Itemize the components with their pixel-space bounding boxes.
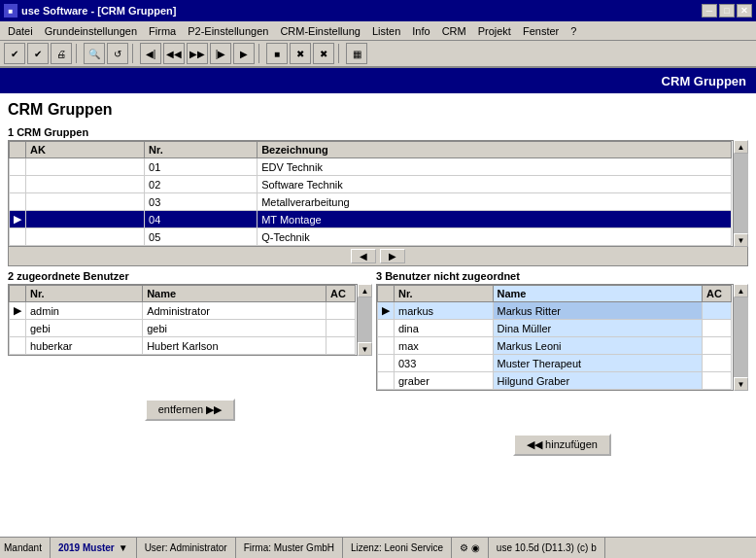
table-row[interactable]: 03 Metallverarbeitung bbox=[10, 193, 732, 211]
close-button[interactable]: ✕ bbox=[737, 4, 752, 17]
zugeordnete-table: Nr. Name AC ▶ admin Administrator gebi g… bbox=[9, 285, 356, 355]
cell-name: Dina Müller bbox=[493, 320, 702, 337]
toolbar-grid[interactable]: ▦ bbox=[346, 43, 367, 64]
row-indicator: ▶ bbox=[10, 302, 26, 320]
col2-ac: AC bbox=[326, 286, 356, 302]
toolbar-check1[interactable]: ✔ bbox=[4, 43, 25, 64]
table-row[interactable]: 05 Q-Technik bbox=[10, 228, 732, 246]
table-row[interactable]: gebi gebi bbox=[10, 320, 356, 337]
toolbar-nav-play[interactable]: ▶ bbox=[233, 43, 255, 64]
toolbar-refresh[interactable]: ↺ bbox=[107, 43, 128, 64]
table-row[interactable]: graber Hilgund Graber bbox=[378, 372, 732, 390]
cell-ac bbox=[703, 355, 732, 372]
table-row[interactable]: ▶ markus Markus Ritter bbox=[378, 302, 732, 320]
table-row[interactable]: ▶ 04 MT Montage bbox=[10, 211, 732, 228]
remove-button[interactable]: entfernen ▶▶ bbox=[145, 399, 236, 421]
row-indicator bbox=[10, 176, 26, 193]
vsb1-up[interactable]: ▲ bbox=[734, 140, 748, 154]
cell-name: Hubert Karlson bbox=[143, 337, 326, 355]
toolbar-nav-next[interactable]: ▶▶ bbox=[187, 43, 208, 64]
menu-item-crmeinstellung[interactable]: CRM-Einstellung bbox=[274, 23, 366, 39]
maximize-button[interactable]: □ bbox=[719, 4, 735, 17]
toolbar-check2[interactable]: ✔ bbox=[27, 43, 49, 64]
page-title: CRM Gruppen bbox=[8, 101, 748, 119]
status-bar: Mandant 2019 Muster ▼ User: Administrato… bbox=[0, 537, 756, 558]
table-row[interactable]: 033 Muster Therapeut bbox=[378, 355, 732, 372]
col-bezeichnung: Bezeichnung bbox=[258, 142, 732, 158]
cell-bezeichnung: Q-Technik bbox=[258, 228, 732, 246]
toolbar-print[interactable]: 🖨 bbox=[51, 43, 72, 64]
header-title: CRM Gruppen bbox=[662, 74, 746, 88]
toolbar-nav-first[interactable]: ◀| bbox=[140, 43, 161, 64]
menu-item-projekt[interactable]: Projekt bbox=[472, 23, 517, 39]
cell-ac bbox=[703, 320, 732, 337]
menu-item-datei[interactable]: Datei bbox=[2, 23, 39, 39]
cell-nr: gebi bbox=[26, 320, 143, 337]
vsb2-down[interactable]: ▼ bbox=[358, 342, 372, 356]
cell-nr: 03 bbox=[145, 193, 258, 211]
col-nr: Nr. bbox=[145, 142, 258, 158]
row-indicator bbox=[378, 320, 395, 337]
menu-item-info[interactable]: Info bbox=[406, 23, 435, 39]
vsb2-up[interactable]: ▲ bbox=[358, 284, 372, 297]
menu-item-crm[interactable]: CRM bbox=[436, 23, 472, 39]
toolbar-cancel[interactable]: ✖ bbox=[290, 43, 311, 64]
scroll-left[interactable]: ◀ bbox=[351, 249, 376, 263]
cell-name: gebi bbox=[143, 320, 326, 337]
status-lizenz: Lizenz: Leoni Service bbox=[343, 538, 452, 558]
col3-ac: AC bbox=[703, 286, 732, 302]
nicht-zugeordnet-table: Nr. Name AC ▶ markus Markus Ritter dina … bbox=[377, 285, 732, 390]
table-row[interactable]: 02 Software Technik bbox=[10, 176, 732, 193]
cell-nr: 05 bbox=[145, 228, 258, 246]
cell-ak bbox=[26, 228, 145, 246]
menu-item-[interactable]: ? bbox=[565, 23, 582, 39]
table-row[interactable]: 01 EDV Technik bbox=[10, 158, 732, 176]
status-user: User: Administrator bbox=[137, 538, 236, 558]
app-icon: ■ bbox=[4, 4, 17, 17]
vsb1-down[interactable]: ▼ bbox=[734, 233, 748, 247]
cell-nr: huberkar bbox=[26, 337, 143, 355]
row-indicator bbox=[378, 372, 395, 390]
status-mandant-value: 2019 Muster ▼ bbox=[51, 538, 137, 558]
cell-name: Muster Therapeut bbox=[493, 355, 702, 372]
table-row[interactable]: max Markus Leoni bbox=[378, 337, 732, 355]
status-icons: ⚙ ◉ bbox=[452, 538, 489, 558]
table-row[interactable]: huberkar Hubert Karlson bbox=[10, 337, 356, 355]
row-indicator bbox=[378, 337, 395, 355]
menu-item-fenster[interactable]: Fenster bbox=[517, 23, 565, 39]
row-indicator bbox=[378, 355, 395, 372]
cell-ak bbox=[26, 193, 145, 211]
table-row[interactable]: dina Dina Müller bbox=[378, 320, 732, 337]
table-row[interactable]: ▶ admin Administrator bbox=[10, 302, 356, 320]
cell-nr: 01 bbox=[145, 158, 258, 176]
menu-item-grundeinstellungen[interactable]: Grundeinstellungen bbox=[39, 23, 143, 39]
menu-item-firma[interactable]: Firma bbox=[143, 23, 182, 39]
col3-nr: Nr. bbox=[395, 286, 494, 302]
scroll-right[interactable]: ▶ bbox=[380, 249, 405, 263]
col-ak: AK bbox=[26, 142, 145, 158]
vsb3-down[interactable]: ▼ bbox=[734, 377, 748, 391]
cell-ac bbox=[326, 302, 356, 320]
cell-name: Hilgund Graber bbox=[493, 372, 702, 390]
toolbar-nav-prev[interactable]: ◀◀ bbox=[163, 43, 185, 64]
col3-name: Name bbox=[493, 286, 702, 302]
title-bar: ■ use Software - [CRM Gruppen] ─ □ ✕ bbox=[0, 0, 756, 21]
toolbar-search[interactable]: 🔍 bbox=[84, 43, 105, 64]
cell-ac bbox=[703, 337, 732, 355]
section2-label: 2 zugeordnete Benutzer bbox=[8, 270, 372, 282]
minimize-button[interactable]: ─ bbox=[702, 4, 717, 17]
cell-ak bbox=[26, 158, 145, 176]
status-mandant-label: Mandant bbox=[0, 538, 51, 558]
cell-ak bbox=[26, 211, 145, 228]
menu-item-p2einstellungen[interactable]: P2-Einstellungen bbox=[182, 23, 274, 39]
toolbar-cancel2[interactable]: ✖ bbox=[313, 43, 334, 64]
toolbar-delete[interactable]: ■ bbox=[266, 43, 288, 64]
menu-item-listen[interactable]: Listen bbox=[366, 23, 406, 39]
crm-gruppen-table: AK Nr. Bezeichnung 01 EDV Technik 02 Sof… bbox=[9, 141, 732, 246]
toolbar-nav-last[interactable]: |▶ bbox=[210, 43, 231, 64]
row-indicator bbox=[10, 158, 26, 176]
vsb3-up[interactable]: ▲ bbox=[734, 284, 748, 297]
cell-nr: dina bbox=[395, 320, 494, 337]
add-button[interactable]: ◀◀ hinzufügen bbox=[513, 434, 611, 456]
cell-nr: markus bbox=[395, 302, 494, 320]
